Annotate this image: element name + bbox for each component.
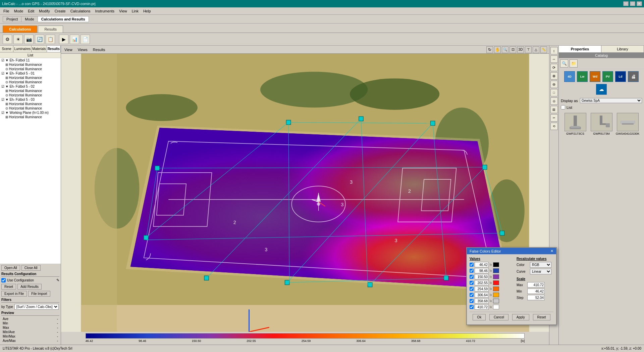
tree-item[interactable]: ⊞ Horizontal Illuminance	[0, 62, 61, 67]
tree-item[interactable]: ⊞ Horizontal Illuminance	[0, 76, 61, 80]
nav-pan-icon[interactable]: ✋	[494, 46, 501, 53]
fce-curve-select[interactable]: Linear	[530, 269, 551, 274]
nav-rotate-icon[interactable]: ↻	[486, 46, 493, 53]
display-as-select[interactable]: Gewiss SpA	[580, 98, 642, 103]
fce-input-7[interactable]	[475, 298, 489, 304]
fce-check-3[interactable]	[470, 275, 474, 279]
brand-lw[interactable]: Lw	[577, 71, 588, 82]
side-btn-5[interactable]: ⊖	[550, 81, 558, 88]
export-in-file-button[interactable]: Export in File	[1, 291, 27, 297]
nav-zoom-icon[interactable]: 🔍	[502, 46, 508, 53]
fce-swatch-1[interactable]	[493, 262, 499, 267]
brand-cloud[interactable]: ☁	[596, 84, 607, 95]
fce-input-1[interactable]	[475, 262, 489, 267]
tab-properties[interactable]: Properties	[559, 46, 601, 52]
tab-materials[interactable]: Materials	[32, 46, 47, 52]
tree-item[interactable]: ☑ ▼ Eh- Fútbol 5 - 01	[0, 71, 61, 76]
tab-results[interactable]: Results	[47, 46, 61, 52]
fce-check-4[interactable]	[470, 281, 474, 285]
cat-folder-icon[interactable]: 📁	[570, 59, 578, 68]
fce-apply-button[interactable]: Apply	[512, 314, 529, 320]
fce-check-6[interactable]	[470, 293, 474, 297]
side-btn-9[interactable]: ✂	[550, 114, 558, 122]
fce-swatch-5[interactable]	[493, 287, 499, 291]
menu-help[interactable]: Help	[141, 8, 153, 14]
fce-check-7[interactable]	[470, 299, 474, 303]
brand-4d[interactable]: 4D	[564, 71, 575, 82]
tree-item[interactable]: ☑ ▼ Working Plane (h=1.00 m)	[0, 111, 61, 115]
fce-close-icon[interactable]: ✕	[550, 249, 553, 253]
tree-item[interactable]: ⊙ Horizontal Illuminance	[0, 106, 61, 111]
fce-swatch-6[interactable]	[493, 293, 499, 297]
side-btn-7[interactable]: ◎	[550, 97, 558, 105]
file-import-button[interactable]: File Import	[28, 291, 50, 297]
fce-input-2[interactable]	[475, 268, 489, 273]
minimize-button[interactable]: ─	[623, 1, 629, 6]
results-menu[interactable]: Results	[92, 47, 107, 52]
fce-cancel-button[interactable]: Cancel	[489, 314, 508, 320]
fce-swatch-3[interactable]	[493, 274, 499, 279]
fce-swatch-2[interactable]	[493, 268, 499, 273]
config-edit-icon[interactable]: ✎	[56, 278, 59, 282]
tab-results[interactable]: Results	[38, 26, 63, 33]
nav-persp-icon[interactable]: △	[533, 46, 539, 53]
tree-item[interactable]: ☑ ▼ Eh- Fútbol 11	[0, 58, 61, 62]
use-config-checkbox[interactable]	[1, 278, 6, 282]
side-btn-1[interactable]: ↕	[550, 47, 558, 54]
list-checkbox[interactable]	[561, 105, 565, 109]
nav-top-icon[interactable]: ⊤	[525, 46, 532, 53]
side-btn-10[interactable]: ⟲	[550, 123, 558, 130]
fce-check-5[interactable]	[470, 287, 474, 291]
tab-calculations[interactable]: Calculations	[3, 26, 37, 33]
toolbar-btn-3[interactable]: 📷	[24, 35, 34, 44]
side-btn-2[interactable]: ↔	[550, 55, 558, 63]
fce-input-5[interactable]	[475, 286, 489, 292]
menu-file[interactable]: File	[1, 8, 11, 14]
brand-wd[interactable]: Wd	[590, 71, 600, 82]
fce-check-8[interactable]	[470, 305, 474, 309]
menu-modify[interactable]: Modify	[37, 8, 52, 14]
cat-search-icon[interactable]: 🔍	[560, 59, 568, 68]
toolbar-btn-6[interactable]: ▶	[59, 35, 68, 44]
fce-reset-button[interactable]: Reset	[533, 314, 550, 320]
maximize-button[interactable]: □	[630, 1, 635, 6]
close-button[interactable]: ✕	[637, 1, 642, 6]
fce-check-1[interactable]	[470, 263, 474, 267]
fce-step-input[interactable]	[527, 295, 545, 300]
brand-ld[interactable]: Ld	[615, 71, 626, 82]
nav-fit-icon[interactable]: ⊡	[509, 46, 516, 53]
product-card-3[interactable]: GWS4041GS30K	[616, 113, 639, 135]
product-card-1[interactable]: GWP2173CS	[564, 113, 587, 135]
open-all-button[interactable]: Open All	[1, 265, 20, 271]
fce-input-8[interactable]	[475, 304, 489, 310]
product-card-2[interactable]: GWR5173M	[590, 113, 613, 135]
breadcrumb-project[interactable]: Project	[3, 16, 21, 22]
fce-swatch-7[interactable]	[493, 299, 499, 303]
tree-item[interactable]: ⊞ Horizontal Illuminance	[0, 102, 61, 106]
breadcrumb-current[interactable]: Calculations and Results	[38, 16, 89, 22]
menu-edit[interactable]: Edit	[26, 8, 36, 14]
type-filter-select[interactable]: [Surf / Zoom / Calc-Obs]	[14, 304, 59, 310]
fce-input-3[interactable]	[475, 274, 489, 279]
fce-input-4[interactable]	[475, 280, 489, 285]
toolbar-btn-2[interactable]: ☀	[13, 35, 23, 44]
fce-check-2[interactable]	[470, 269, 474, 273]
add-results-button[interactable]: Add Results	[17, 284, 42, 290]
menu-calculations[interactable]: Calculations	[68, 8, 93, 14]
toolbar-btn-8[interactable]: 📄	[80, 35, 90, 44]
breadcrumb-mode[interactable]: Mode	[21, 16, 38, 22]
tree-item[interactable]: ⊙ Horizontal Illuminance	[0, 93, 61, 97]
toolbar-btn-7[interactable]: 📊	[70, 35, 79, 44]
toolbar-btn-1[interactable]: ⚙	[3, 35, 12, 44]
side-btn-6[interactable]: □	[550, 89, 558, 96]
fce-max-input[interactable]	[527, 282, 545, 288]
tree-item[interactable]: ⊙ Horizontal Illuminance	[0, 67, 61, 71]
tree-item[interactable]: ☑ ▼ Eh- Fútbol 5 - 03	[0, 97, 61, 102]
nav-3d-icon[interactable]: 3D	[517, 46, 524, 53]
close-all-button[interactable]: Close All	[21, 265, 41, 271]
fce-color-select[interactable]: RGB	[530, 262, 551, 268]
tab-scene[interactable]: Scene	[0, 46, 13, 52]
tree-item[interactable]: ⊞ Horizontal Illuminance	[0, 115, 61, 119]
menu-instruments[interactable]: Instruments	[93, 8, 116, 14]
views-menu[interactable]: Views	[76, 47, 89, 52]
